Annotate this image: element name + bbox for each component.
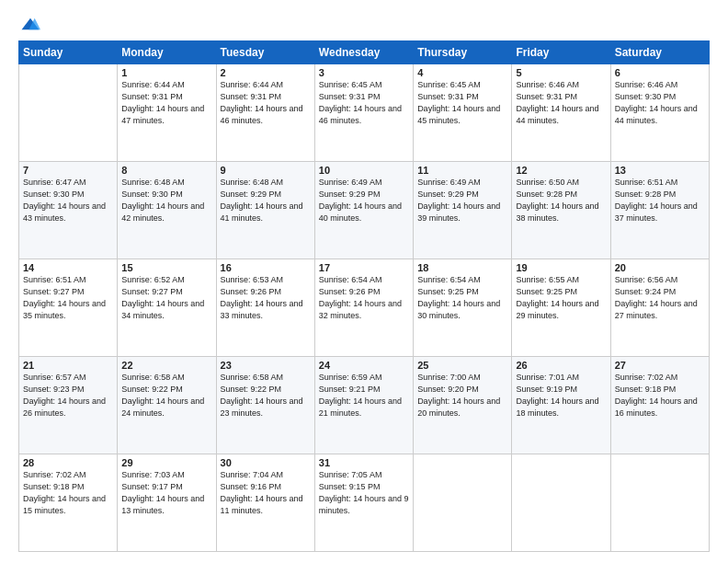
day-cell: 1Sunrise: 6:44 AMSunset: 9:31 PMDaylight… <box>118 64 216 162</box>
weekday-header-saturday: Saturday <box>610 41 709 64</box>
day-number: 22 <box>121 360 211 371</box>
day-cell: 27Sunrise: 7:02 AMSunset: 9:18 PMDayligh… <box>610 357 709 454</box>
day-info: Sunrise: 7:05 AMSunset: 9:15 PMDaylight:… <box>319 469 409 517</box>
day-cell <box>610 454 709 552</box>
day-cell: 28Sunrise: 7:02 AMSunset: 9:18 PMDayligh… <box>19 454 118 552</box>
day-cell: 26Sunrise: 7:01 AMSunset: 9:19 PMDayligh… <box>512 357 610 454</box>
day-info: Sunrise: 6:46 AMSunset: 9:31 PMDaylight:… <box>516 79 606 127</box>
day-number: 30 <box>221 457 311 468</box>
week-row-2: 7Sunrise: 6:47 AMSunset: 9:30 PMDaylight… <box>19 162 710 259</box>
day-cell: 11Sunrise: 6:49 AMSunset: 9:29 PMDayligh… <box>414 162 512 259</box>
day-info: Sunrise: 7:03 AMSunset: 9:17 PMDaylight:… <box>121 469 211 517</box>
day-number: 23 <box>221 360 311 371</box>
day-cell: 12Sunrise: 6:50 AMSunset: 9:28 PMDayligh… <box>512 162 610 259</box>
day-info: Sunrise: 7:04 AMSunset: 9:16 PMDaylight:… <box>221 469 311 517</box>
day-info: Sunrise: 6:59 AMSunset: 9:21 PMDaylight:… <box>319 372 409 419</box>
day-number: 19 <box>516 262 606 273</box>
weekday-header-monday: Monday <box>118 41 216 64</box>
day-number: 8 <box>121 165 211 176</box>
weekday-header-friday: Friday <box>512 41 610 64</box>
day-cell: 4Sunrise: 6:45 AMSunset: 9:31 PMDaylight… <box>414 64 512 162</box>
day-cell <box>19 64 118 162</box>
day-info: Sunrise: 6:44 AMSunset: 9:31 PMDaylight:… <box>221 79 311 127</box>
day-number: 12 <box>516 165 606 176</box>
day-number: 31 <box>319 457 409 468</box>
day-cell: 14Sunrise: 6:51 AMSunset: 9:27 PMDayligh… <box>19 259 118 357</box>
week-row-1: 1Sunrise: 6:44 AMSunset: 9:31 PMDaylight… <box>19 64 710 162</box>
calendar-table: SundayMondayTuesdayWednesdayThursdayFrid… <box>18 40 710 552</box>
day-cell: 6Sunrise: 6:46 AMSunset: 9:30 PMDaylight… <box>610 64 709 162</box>
day-number: 14 <box>23 262 113 273</box>
day-number: 4 <box>417 67 507 78</box>
day-cell: 2Sunrise: 6:44 AMSunset: 9:31 PMDaylight… <box>216 64 314 162</box>
weekday-header-tuesday: Tuesday <box>216 41 314 64</box>
day-number: 9 <box>221 165 311 176</box>
day-cell: 7Sunrise: 6:47 AMSunset: 9:30 PMDaylight… <box>19 162 118 259</box>
day-cell: 10Sunrise: 6:49 AMSunset: 9:29 PMDayligh… <box>314 162 413 259</box>
day-cell: 24Sunrise: 6:59 AMSunset: 9:21 PMDayligh… <box>314 357 413 454</box>
day-info: Sunrise: 6:46 AMSunset: 9:30 PMDaylight:… <box>615 79 705 127</box>
day-number: 28 <box>23 457 113 468</box>
day-info: Sunrise: 6:58 AMSunset: 9:22 PMDaylight:… <box>121 372 211 419</box>
day-number: 13 <box>615 165 705 176</box>
day-info: Sunrise: 6:51 AMSunset: 9:27 PMDaylight:… <box>23 274 113 322</box>
day-number: 29 <box>121 457 211 468</box>
day-number: 27 <box>615 360 705 371</box>
day-number: 20 <box>615 262 705 273</box>
day-info: Sunrise: 6:53 AMSunset: 9:26 PMDaylight:… <box>221 274 311 322</box>
day-cell <box>414 454 512 552</box>
day-cell: 15Sunrise: 6:52 AMSunset: 9:27 PMDayligh… <box>118 259 216 357</box>
day-number: 18 <box>417 262 507 273</box>
day-number: 11 <box>417 165 507 176</box>
day-cell: 29Sunrise: 7:03 AMSunset: 9:17 PMDayligh… <box>118 454 216 552</box>
day-info: Sunrise: 7:02 AMSunset: 9:18 PMDaylight:… <box>615 372 705 419</box>
day-number: 24 <box>319 360 409 371</box>
day-info: Sunrise: 6:48 AMSunset: 9:29 PMDaylight:… <box>221 177 311 224</box>
day-number: 5 <box>516 67 606 78</box>
day-cell: 21Sunrise: 6:57 AMSunset: 9:23 PMDayligh… <box>19 357 118 454</box>
day-number: 16 <box>221 262 311 273</box>
day-number: 15 <box>121 262 211 273</box>
day-cell: 23Sunrise: 6:58 AMSunset: 9:22 PMDayligh… <box>216 357 314 454</box>
logo-icon <box>20 17 40 31</box>
day-number: 2 <box>221 67 311 78</box>
day-info: Sunrise: 6:45 AMSunset: 9:31 PMDaylight:… <box>417 79 507 127</box>
day-info: Sunrise: 6:49 AMSunset: 9:29 PMDaylight:… <box>319 177 409 224</box>
day-info: Sunrise: 6:56 AMSunset: 9:24 PMDaylight:… <box>615 274 705 322</box>
day-info: Sunrise: 6:54 AMSunset: 9:25 PMDaylight:… <box>417 274 507 322</box>
day-info: Sunrise: 6:50 AMSunset: 9:28 PMDaylight:… <box>516 177 606 224</box>
day-info: Sunrise: 6:48 AMSunset: 9:30 PMDaylight:… <box>121 177 211 224</box>
day-cell: 8Sunrise: 6:48 AMSunset: 9:30 PMDaylight… <box>118 162 216 259</box>
day-number: 10 <box>319 165 409 176</box>
day-cell: 30Sunrise: 7:04 AMSunset: 9:16 PMDayligh… <box>216 454 314 552</box>
day-number: 6 <box>615 67 705 78</box>
day-cell: 13Sunrise: 6:51 AMSunset: 9:28 PMDayligh… <box>610 162 709 259</box>
day-cell: 25Sunrise: 7:00 AMSunset: 9:20 PMDayligh… <box>414 357 512 454</box>
week-row-5: 28Sunrise: 7:02 AMSunset: 9:18 PMDayligh… <box>19 454 710 552</box>
day-number: 26 <box>516 360 606 371</box>
weekday-header-sunday: Sunday <box>19 41 118 64</box>
calendar-header: SundayMondayTuesdayWednesdayThursdayFrid… <box>19 41 710 64</box>
day-number: 7 <box>23 165 113 176</box>
day-info: Sunrise: 6:58 AMSunset: 9:22 PMDaylight:… <box>221 372 311 419</box>
day-cell <box>512 454 610 552</box>
day-number: 21 <box>23 360 113 371</box>
weekday-header-thursday: Thursday <box>414 41 512 64</box>
day-cell: 18Sunrise: 6:54 AMSunset: 9:25 PMDayligh… <box>414 259 512 357</box>
day-info: Sunrise: 7:01 AMSunset: 9:19 PMDaylight:… <box>516 372 606 419</box>
day-info: Sunrise: 6:57 AMSunset: 9:23 PMDaylight:… <box>23 372 113 419</box>
weekday-header-wednesday: Wednesday <box>314 41 413 64</box>
day-cell: 5Sunrise: 6:46 AMSunset: 9:31 PMDaylight… <box>512 64 610 162</box>
header <box>18 17 710 31</box>
day-number: 3 <box>319 67 409 78</box>
day-cell: 16Sunrise: 6:53 AMSunset: 9:26 PMDayligh… <box>216 259 314 357</box>
day-cell: 9Sunrise: 6:48 AMSunset: 9:29 PMDaylight… <box>216 162 314 259</box>
day-cell: 17Sunrise: 6:54 AMSunset: 9:26 PMDayligh… <box>314 259 413 357</box>
calendar-page: SundayMondayTuesdayWednesdayThursdayFrid… <box>0 0 728 563</box>
day-number: 17 <box>319 262 409 273</box>
day-info: Sunrise: 6:55 AMSunset: 9:25 PMDaylight:… <box>516 274 606 322</box>
day-cell: 22Sunrise: 6:58 AMSunset: 9:22 PMDayligh… <box>118 357 216 454</box>
logo <box>18 17 44 31</box>
day-number: 25 <box>417 360 507 371</box>
day-cell: 20Sunrise: 6:56 AMSunset: 9:24 PMDayligh… <box>610 259 709 357</box>
